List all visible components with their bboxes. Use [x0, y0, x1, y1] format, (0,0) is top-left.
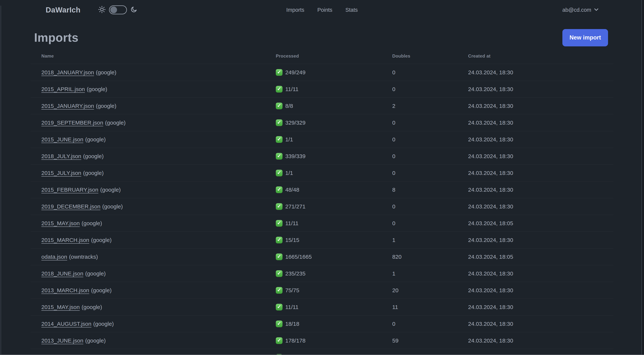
doubles-cell: 0 [392, 203, 468, 210]
sun-icon [98, 6, 106, 14]
import-file-link[interactable]: 2018_JULY.json [41, 153, 81, 159]
success-check-icon [276, 136, 282, 143]
created-at-cell: 24.03.2024, 18:30 [468, 120, 613, 126]
import-name-cell: 2015_MAY.json(google) [31, 220, 276, 227]
table-row: 2015_JUNE.json(google) 1/1 0 24.03.2024,… [31, 131, 613, 148]
import-file-link[interactable]: 2015_APRIL.json [41, 86, 85, 92]
success-check-icon [276, 69, 282, 76]
window-right-edge [642, 0, 644, 355]
import-source-label: (google) [93, 321, 114, 327]
table-row: 2015_APRIL.json(google) 11/11 0 24.03.20… [31, 81, 613, 97]
theme-toggle[interactable] [109, 5, 127, 14]
main-nav: Imports Points Stats [286, 0, 358, 20]
imports-table: Name Processed Doubles Created at 2018_J… [31, 48, 613, 355]
imports-page: Imports New import Name Processed Double… [31, 27, 613, 355]
processed-count: 271/271 [285, 203, 306, 210]
moon-icon [130, 6, 137, 14]
import-file-link[interactable]: 2013_MARCH.json [41, 287, 89, 293]
processed-count: 339/339 [285, 153, 306, 159]
processed-cell: 11/11 [276, 220, 392, 227]
import-file-link[interactable]: 2015_JULY.json [41, 170, 81, 176]
doubles-cell: 11 [392, 304, 468, 310]
import-file-link[interactable]: odata.json [41, 254, 67, 260]
created-at-cell: 24.03.2024, 18:30 [468, 86, 613, 92]
created-at-cell: 24.03.2024, 18:05 [468, 254, 613, 260]
table-body: 2018_JANUARY.json(google) 249/249 0 24.0… [31, 64, 613, 355]
success-check-icon [276, 86, 282, 93]
import-source-label: (google) [87, 86, 107, 92]
created-at-cell: 24.03.2024, 18:30 [468, 170, 613, 176]
import-file-link[interactable]: 2018_JANUARY.json [41, 69, 94, 75]
doubles-cell: 0 [392, 69, 468, 76]
success-check-icon [276, 254, 282, 260]
created-at-cell: 24.03.2024, 18:30 [468, 304, 613, 310]
processed-cell: 249/249 [276, 69, 392, 76]
import-file-link[interactable]: 2015_JUNE.json [41, 136, 83, 142]
table-row: 2015_MARCH.json(google) 15/15 1 24.03.20… [31, 232, 613, 248]
import-file-link[interactable]: 2015_MAY.json [41, 304, 80, 310]
table-row: 2018_JUNE.json(google) 235/235 1 24.03.2… [31, 265, 613, 282]
import-file-link[interactable]: 2019_DECEMBER.json [41, 203, 100, 210]
column-header-doubles: Doubles [392, 53, 468, 59]
processed-cell: 1/1 [276, 136, 392, 143]
doubles-cell: 0 [392, 120, 468, 126]
import-source-label: (google) [83, 170, 104, 176]
processed-cell: 1/1 [276, 170, 392, 176]
nav-link-stats[interactable]: Stats [346, 7, 358, 13]
success-check-icon [276, 153, 282, 160]
table-row: 2015_MAY.json(google) 11/11 11 24.03.202… [31, 299, 613, 315]
import-source-label: (google) [85, 136, 106, 142]
import-source-label: (google) [85, 338, 106, 344]
import-file-link[interactable]: 2015_MARCH.json [41, 237, 89, 243]
doubles-cell: 820 [392, 254, 468, 260]
import-name-cell: 2018_JULY.json(google) [31, 153, 276, 159]
import-file-link[interactable]: 2019_SEPTEMBER.json [41, 120, 103, 126]
table-header-row: Name Processed Doubles Created at [31, 48, 613, 64]
import-file-link[interactable]: 2014_AUGUST.json [41, 321, 91, 327]
processed-count: 8/8 [285, 103, 293, 109]
import-file-link[interactable]: 2018_JUNE.json [41, 271, 83, 277]
processed-count: 1665/1665 [285, 254, 312, 260]
theme-switcher [98, 5, 137, 14]
table-row: 2018_JANUARY.json(google) 249/249 0 24.0… [31, 64, 613, 81]
success-check-icon [276, 203, 282, 210]
new-import-button[interactable]: New import [562, 29, 608, 46]
import-file-link[interactable]: 2015_FEBRUARY.json [41, 187, 98, 193]
processed-count: 249/249 [285, 69, 306, 76]
processed-count: 1/1 [285, 170, 293, 176]
import-source-label: (google) [91, 237, 112, 243]
import-name-cell: 2019_DECEMBER.json(google) [31, 203, 276, 210]
table-row: 2013_JUNE.json(google) 178/178 59 24.03.… [31, 332, 613, 349]
doubles-cell: 0 [392, 170, 468, 176]
processed-cell: 1665/1665 [276, 254, 392, 260]
column-header-created-at: Created at [468, 53, 613, 59]
import-file-link[interactable]: 2015_JANUARY.json [41, 103, 94, 109]
created-at-cell: 24.03.2024, 18:30 [468, 338, 613, 344]
created-at-cell: 24.03.2024, 18:30 [468, 287, 613, 294]
processed-cell: 15/15 [276, 237, 392, 243]
user-menu[interactable]: ab@cd.com [562, 7, 599, 13]
window-left-edge [0, 5, 1, 355]
processed-cell: 11/11 [276, 304, 392, 311]
success-check-icon [276, 186, 282, 193]
theme-toggle-knob [110, 6, 117, 13]
success-check-icon [276, 337, 282, 344]
created-at-cell: 24.03.2024, 18:30 [468, 136, 613, 143]
success-check-icon [276, 170, 282, 176]
brand-logo[interactable]: DaWarIch [46, 6, 80, 14]
nav-link-imports[interactable]: Imports [286, 7, 304, 13]
table-row [31, 349, 613, 355]
import-file-link[interactable]: 2013_JUNE.json [41, 338, 83, 344]
table-row: 2019_DECEMBER.json(google) 271/271 0 24.… [31, 198, 613, 215]
import-source-label: (google) [82, 304, 102, 310]
import-name-cell: 2015_JULY.json(google) [31, 170, 276, 176]
nav-link-points[interactable]: Points [317, 7, 332, 13]
success-check-icon [276, 270, 282, 277]
import-name-cell: 2015_APRIL.json(google) [31, 86, 276, 92]
processed-cell: 48/48 [276, 186, 392, 193]
table-row: 2019_SEPTEMBER.json(google) 329/329 0 24… [31, 114, 613, 131]
created-at-cell: 24.03.2024, 18:30 [468, 237, 613, 243]
processed-count: 235/235 [285, 271, 306, 277]
processed-cell: 11/11 [276, 86, 392, 93]
import-file-link[interactable]: 2015_MAY.json [41, 220, 80, 226]
